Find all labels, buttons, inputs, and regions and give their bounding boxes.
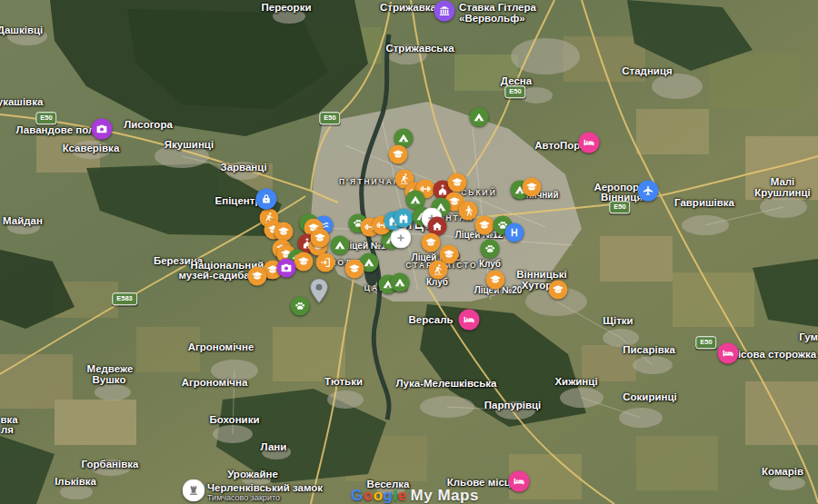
map-label: Ліцей №1 [343,241,385,251]
cherlenkiv-castle-marker-rook-icon[interactable] [183,479,205,502]
marker-tent-icon[interactable] [391,273,410,292]
poi-label-epicentr[interactable]: Епіцентр [215,195,262,206]
marker-tent-icon[interactable] [470,108,489,127]
marker-school-icon[interactable] [475,216,494,235]
map-label: Стрижавка [380,2,436,13]
dropped-pin-marker-pin-icon[interactable] [310,278,329,303]
map-label: Ільківка [55,476,96,487]
poi-label-lavender-field[interactable]: Лавандове поле [15,124,100,135]
map-label: Агрономічне [188,341,254,352]
poi-label-versal[interactable]: Версаль [408,314,453,325]
map-label: Лани [261,441,287,452]
marker-paw-icon[interactable] [481,240,500,259]
lavender-field-marker-camera-icon[interactable] [92,119,113,140]
my-maps-label: My Maps [411,487,479,504]
map-label: Щітки [603,315,633,326]
marker-tent-icon[interactable] [331,236,350,255]
map-label: Тютьки [324,376,363,387]
map-label: Сокиринці [623,391,676,402]
fishing-spot-marker-bed-icon[interactable] [509,471,530,492]
route-badge-E50: E50 [319,112,340,124]
marker-paw-icon[interactable] [291,297,310,316]
marker-school-icon[interactable] [422,233,441,252]
map-label: Гавришівка [674,197,734,208]
epicentr-marker-lock-icon[interactable] [256,189,277,210]
marker-school-icon[interactable] [311,229,330,248]
poi-label-werwolf[interactable]: Ставка Гітлера [459,2,536,13]
map-label: Лисогора [124,119,173,130]
map-label: Вушко [93,374,126,385]
marker-school-icon[interactable] [389,145,408,164]
marker-skater-icon[interactable] [429,261,448,280]
map-label: Майдан [3,215,43,226]
map-label: Стрижавська [385,43,454,54]
map-label: Переорки [262,2,312,13]
forest-lodge-marker-bed-icon[interactable] [718,343,739,364]
map-label: Вінницькі [516,269,567,280]
map-label: Хижинці [554,376,597,387]
marker-school-icon[interactable] [448,173,467,193]
map-label: Урожайне [227,469,278,479]
map-label: Стадниця [622,65,672,76]
marker-school-icon[interactable] [523,178,542,197]
marker-school-icon[interactable] [294,252,314,272]
poi-label-cherlenkiv-castle[interactable]: Черленківський замок [207,482,323,493]
map-label: Агрономічна [182,377,248,388]
map-label: СЬКИЙ [461,188,497,197]
google-logo-letter: o [364,487,374,504]
google-logo-letter: G [351,487,364,504]
map-label: Лука-Мелешківська [396,378,497,389]
poi-label-forest-lodge[interactable]: Лісова сторожка [731,349,816,360]
marker-walker-icon[interactable] [459,202,478,221]
google-logo-letter: o [374,487,384,504]
map-label: Крушлинці [754,187,810,198]
google-logo-letter: g [384,487,394,504]
route-badge-E50: E50 [609,201,630,213]
airport-vinnytsia-marker-plane-icon[interactable] [638,181,659,202]
google-logo-letter: e [398,487,407,504]
route-badge-E50: E50 [695,336,716,349]
map-label: Десна [501,75,532,86]
werwolf-marker-museum-icon[interactable] [434,1,455,22]
map-label: Бохоники [210,414,260,425]
map-label: Комарів [762,466,803,477]
map-label: Дашківці [0,25,43,35]
satellite-terrain [0,0,818,504]
poi-label-autoport[interactable]: АвтоПорт [534,140,585,151]
map-canvas[interactable]: ДашківціПереоркиСтрижавкаСтавка Гітлера«… [0,0,818,504]
poi-status-closed: Тимчасово закрито [207,493,280,502]
map-label: Медвеже [87,363,134,374]
google-logo: Google [351,487,407,504]
marker-plus-icon[interactable] [391,228,412,249]
marker-school-icon[interactable] [345,260,364,279]
marker-school-icon[interactable] [549,281,568,300]
map-label: Зарванці [220,162,266,173]
map-label: Писарівка [623,344,675,355]
google-my-maps-watermark: GoogleMy Maps [351,487,479,504]
marker-school-icon[interactable] [274,222,294,242]
route-badge-E50: E50 [35,112,56,124]
map-label: Лукашівка [0,96,43,107]
versal-marker-bed-icon[interactable] [459,310,480,331]
marker-exit-icon[interactable] [316,253,335,272]
map-label: Парпурівці [484,400,541,410]
route-badge-E583: E583 [112,292,137,305]
map-label: ля [1,424,14,435]
map-label: Гуменне [799,331,818,342]
poi-label-werwolf[interactable]: «Вервольф» [459,13,525,24]
map-label: Горбанівка [82,459,139,469]
route-badge-E50: E50 [504,85,525,98]
map-label: Клуб [479,259,501,269]
marker-camera-icon[interactable] [277,259,296,278]
marker-school-icon[interactable] [248,267,267,286]
map-label: Малі [771,176,795,187]
marker-hospital-icon[interactable] [505,223,524,242]
autoport-marker-bed-icon[interactable] [579,133,600,153]
map-label: Якушинці [165,139,214,150]
map-label: Ксаверівка [63,143,120,153]
marker-castle-icon[interactable] [394,209,414,228]
marker-school-icon[interactable] [486,271,505,290]
